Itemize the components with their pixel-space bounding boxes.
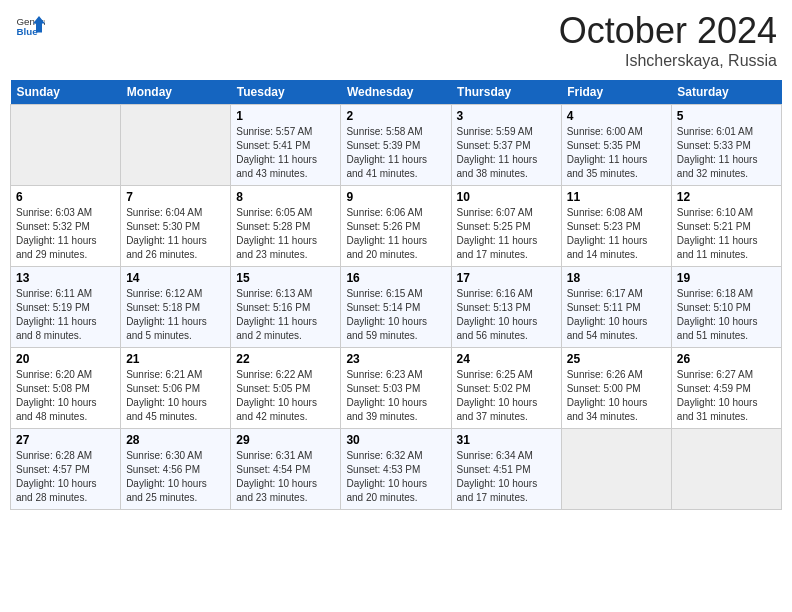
- calendar-cell: 25Sunrise: 6:26 AMSunset: 5:00 PMDayligh…: [561, 348, 671, 429]
- day-info: Sunrise: 6:20 AMSunset: 5:08 PMDaylight:…: [16, 368, 115, 424]
- day-info: Sunrise: 6:11 AMSunset: 5:19 PMDaylight:…: [16, 287, 115, 343]
- calendar-cell: 6Sunrise: 6:03 AMSunset: 5:32 PMDaylight…: [11, 186, 121, 267]
- day-number: 15: [236, 271, 335, 285]
- calendar-cell: [671, 429, 781, 510]
- weekday-header-saturday: Saturday: [671, 80, 781, 105]
- day-info: Sunrise: 6:00 AMSunset: 5:35 PMDaylight:…: [567, 125, 666, 181]
- day-number: 24: [457, 352, 556, 366]
- calendar-week-2: 6Sunrise: 6:03 AMSunset: 5:32 PMDaylight…: [11, 186, 782, 267]
- calendar-cell: 11Sunrise: 6:08 AMSunset: 5:23 PMDayligh…: [561, 186, 671, 267]
- day-info: Sunrise: 6:07 AMSunset: 5:25 PMDaylight:…: [457, 206, 556, 262]
- calendar-cell: 5Sunrise: 6:01 AMSunset: 5:33 PMDaylight…: [671, 105, 781, 186]
- day-number: 28: [126, 433, 225, 447]
- day-number: 1: [236, 109, 335, 123]
- weekday-row: SundayMondayTuesdayWednesdayThursdayFrid…: [11, 80, 782, 105]
- calendar-week-5: 27Sunrise: 6:28 AMSunset: 4:57 PMDayligh…: [11, 429, 782, 510]
- day-info: Sunrise: 6:25 AMSunset: 5:02 PMDaylight:…: [457, 368, 556, 424]
- day-info: Sunrise: 6:15 AMSunset: 5:14 PMDaylight:…: [346, 287, 445, 343]
- day-info: Sunrise: 5:57 AMSunset: 5:41 PMDaylight:…: [236, 125, 335, 181]
- day-info: Sunrise: 6:23 AMSunset: 5:03 PMDaylight:…: [346, 368, 445, 424]
- day-info: Sunrise: 6:18 AMSunset: 5:10 PMDaylight:…: [677, 287, 776, 343]
- day-number: 26: [677, 352, 776, 366]
- month-title: October 2024: [559, 10, 777, 52]
- calendar-week-4: 20Sunrise: 6:20 AMSunset: 5:08 PMDayligh…: [11, 348, 782, 429]
- day-info: Sunrise: 6:17 AMSunset: 5:11 PMDaylight:…: [567, 287, 666, 343]
- calendar-cell: 1Sunrise: 5:57 AMSunset: 5:41 PMDaylight…: [231, 105, 341, 186]
- calendar-cell: 21Sunrise: 6:21 AMSunset: 5:06 PMDayligh…: [121, 348, 231, 429]
- title-block: October 2024 Ishcherskaya, Russia: [559, 10, 777, 70]
- calendar-cell: 2Sunrise: 5:58 AMSunset: 5:39 PMDaylight…: [341, 105, 451, 186]
- calendar-cell: 26Sunrise: 6:27 AMSunset: 4:59 PMDayligh…: [671, 348, 781, 429]
- day-number: 27: [16, 433, 115, 447]
- day-info: Sunrise: 6:26 AMSunset: 5:00 PMDaylight:…: [567, 368, 666, 424]
- day-info: Sunrise: 6:34 AMSunset: 4:51 PMDaylight:…: [457, 449, 556, 505]
- day-info: Sunrise: 6:16 AMSunset: 5:13 PMDaylight:…: [457, 287, 556, 343]
- day-info: Sunrise: 6:12 AMSunset: 5:18 PMDaylight:…: [126, 287, 225, 343]
- calendar-cell: 9Sunrise: 6:06 AMSunset: 5:26 PMDaylight…: [341, 186, 451, 267]
- day-info: Sunrise: 6:08 AMSunset: 5:23 PMDaylight:…: [567, 206, 666, 262]
- weekday-header-friday: Friday: [561, 80, 671, 105]
- calendar-body: 1Sunrise: 5:57 AMSunset: 5:41 PMDaylight…: [11, 105, 782, 510]
- weekday-header-thursday: Thursday: [451, 80, 561, 105]
- day-info: Sunrise: 6:05 AMSunset: 5:28 PMDaylight:…: [236, 206, 335, 262]
- day-number: 3: [457, 109, 556, 123]
- calendar-cell: 23Sunrise: 6:23 AMSunset: 5:03 PMDayligh…: [341, 348, 451, 429]
- day-number: 19: [677, 271, 776, 285]
- day-info: Sunrise: 6:28 AMSunset: 4:57 PMDaylight:…: [16, 449, 115, 505]
- location: Ishcherskaya, Russia: [559, 52, 777, 70]
- day-number: 20: [16, 352, 115, 366]
- weekday-header-sunday: Sunday: [11, 80, 121, 105]
- day-number: 14: [126, 271, 225, 285]
- calendar-cell: 3Sunrise: 5:59 AMSunset: 5:37 PMDaylight…: [451, 105, 561, 186]
- day-info: Sunrise: 6:04 AMSunset: 5:30 PMDaylight:…: [126, 206, 225, 262]
- calendar-cell: 24Sunrise: 6:25 AMSunset: 5:02 PMDayligh…: [451, 348, 561, 429]
- logo: General Blue: [15, 10, 45, 40]
- calendar-cell: 13Sunrise: 6:11 AMSunset: 5:19 PMDayligh…: [11, 267, 121, 348]
- day-info: Sunrise: 6:32 AMSunset: 4:53 PMDaylight:…: [346, 449, 445, 505]
- day-number: 22: [236, 352, 335, 366]
- day-info: Sunrise: 5:59 AMSunset: 5:37 PMDaylight:…: [457, 125, 556, 181]
- day-number: 8: [236, 190, 335, 204]
- day-number: 18: [567, 271, 666, 285]
- calendar-cell: 8Sunrise: 6:05 AMSunset: 5:28 PMDaylight…: [231, 186, 341, 267]
- day-number: 25: [567, 352, 666, 366]
- calendar-cell: 18Sunrise: 6:17 AMSunset: 5:11 PMDayligh…: [561, 267, 671, 348]
- logo-icon: General Blue: [15, 10, 45, 40]
- day-number: 13: [16, 271, 115, 285]
- day-info: Sunrise: 6:10 AMSunset: 5:21 PMDaylight:…: [677, 206, 776, 262]
- calendar-cell: 20Sunrise: 6:20 AMSunset: 5:08 PMDayligh…: [11, 348, 121, 429]
- calendar-cell: 30Sunrise: 6:32 AMSunset: 4:53 PMDayligh…: [341, 429, 451, 510]
- calendar-cell: 28Sunrise: 6:30 AMSunset: 4:56 PMDayligh…: [121, 429, 231, 510]
- day-number: 10: [457, 190, 556, 204]
- day-number: 29: [236, 433, 335, 447]
- calendar-cell: 14Sunrise: 6:12 AMSunset: 5:18 PMDayligh…: [121, 267, 231, 348]
- weekday-header-monday: Monday: [121, 80, 231, 105]
- day-info: Sunrise: 6:22 AMSunset: 5:05 PMDaylight:…: [236, 368, 335, 424]
- day-info: Sunrise: 6:01 AMSunset: 5:33 PMDaylight:…: [677, 125, 776, 181]
- day-info: Sunrise: 6:06 AMSunset: 5:26 PMDaylight:…: [346, 206, 445, 262]
- calendar-cell: [11, 105, 121, 186]
- day-number: 11: [567, 190, 666, 204]
- day-info: Sunrise: 6:03 AMSunset: 5:32 PMDaylight:…: [16, 206, 115, 262]
- day-number: 16: [346, 271, 445, 285]
- day-info: Sunrise: 6:27 AMSunset: 4:59 PMDaylight:…: [677, 368, 776, 424]
- day-number: 12: [677, 190, 776, 204]
- day-number: 7: [126, 190, 225, 204]
- calendar-cell: 7Sunrise: 6:04 AMSunset: 5:30 PMDaylight…: [121, 186, 231, 267]
- day-info: Sunrise: 6:31 AMSunset: 4:54 PMDaylight:…: [236, 449, 335, 505]
- day-number: 5: [677, 109, 776, 123]
- page-header: General Blue October 2024 Ishcherskaya, …: [10, 10, 782, 70]
- weekday-header-wednesday: Wednesday: [341, 80, 451, 105]
- day-number: 23: [346, 352, 445, 366]
- day-number: 30: [346, 433, 445, 447]
- calendar-cell: 10Sunrise: 6:07 AMSunset: 5:25 PMDayligh…: [451, 186, 561, 267]
- calendar-header: SundayMondayTuesdayWednesdayThursdayFrid…: [11, 80, 782, 105]
- weekday-header-tuesday: Tuesday: [231, 80, 341, 105]
- calendar-table: SundayMondayTuesdayWednesdayThursdayFrid…: [10, 80, 782, 510]
- calendar-cell: 4Sunrise: 6:00 AMSunset: 5:35 PMDaylight…: [561, 105, 671, 186]
- day-number: 31: [457, 433, 556, 447]
- day-number: 17: [457, 271, 556, 285]
- day-info: Sunrise: 5:58 AMSunset: 5:39 PMDaylight:…: [346, 125, 445, 181]
- svg-text:Blue: Blue: [17, 26, 39, 37]
- day-info: Sunrise: 6:30 AMSunset: 4:56 PMDaylight:…: [126, 449, 225, 505]
